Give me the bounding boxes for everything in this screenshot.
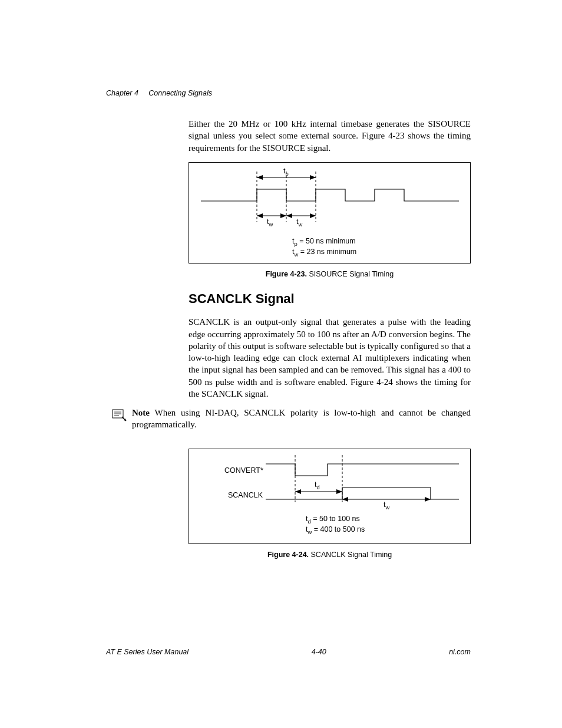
intro-paragraph: Either the 20 MHz or 100 kHz internal ti… (189, 118, 471, 154)
footer-right: ni.com (449, 647, 471, 657)
svg-marker-24 (342, 497, 348, 502)
fig2-spec2: tw = 400 to 500 ns (306, 525, 365, 536)
fig2-spec1: td = 50 to 100 ns (306, 514, 360, 525)
figure-4-24-caption: Figure 4-24. SCANCLK Signal Timing (189, 550, 471, 560)
note-icon (106, 407, 132, 422)
svg-marker-8 (280, 213, 286, 218)
tw-marker: tw (384, 500, 389, 511)
footer-left: AT E Series User Manual (106, 647, 189, 657)
scanclk-paragraph: SCANCLK is an output-only signal that ge… (189, 316, 471, 400)
fig1-spec2: tw = 23 ns minimum (292, 247, 356, 258)
tp-marker: tp (283, 166, 289, 177)
svg-marker-5 (310, 175, 316, 180)
svg-marker-22 (336, 489, 342, 494)
running-header: Chapter 4 Connecting Signals (106, 88, 212, 98)
figure-4-23: tp tw tw tp = 50 ns minimum tw = 23 ns m… (189, 162, 471, 263)
note-text: Note When using NI-DAQ, SCANCLK polarity… (132, 407, 471, 431)
scanclk-label: SCANCLK (228, 490, 263, 500)
svg-marker-25 (425, 497, 431, 502)
convert-label: CONVERT* (224, 466, 263, 476)
note-block: Note When using NI-DAQ, SCANCLK polarity… (106, 407, 471, 431)
page-footer: AT E Series User Manual 4-40 ni.com (106, 647, 471, 657)
svg-marker-10 (286, 213, 292, 218)
svg-marker-21 (295, 489, 301, 494)
chapter-title: Connecting Signals (148, 89, 212, 97)
svg-marker-7 (257, 213, 263, 218)
td-marker: td (315, 480, 320, 491)
svg-marker-4 (257, 175, 263, 180)
section-heading-scanclk: SCANCLK Signal (189, 290, 471, 308)
tw-marker-2: tw (296, 217, 302, 228)
footer-center: 4-40 (312, 647, 326, 657)
svg-marker-11 (310, 213, 316, 218)
figure-4-23-caption: Figure 4-23. SISOURCE Signal Timing (189, 269, 471, 279)
figure-4-24: CONVERT* SCANCLK td tw td = 50 to 100 ns… (189, 449, 471, 544)
fig1-spec1: tp = 50 ns minimum (292, 236, 356, 248)
tw-marker-1: tw (267, 217, 273, 228)
chapter-number: Chapter 4 (106, 89, 138, 97)
